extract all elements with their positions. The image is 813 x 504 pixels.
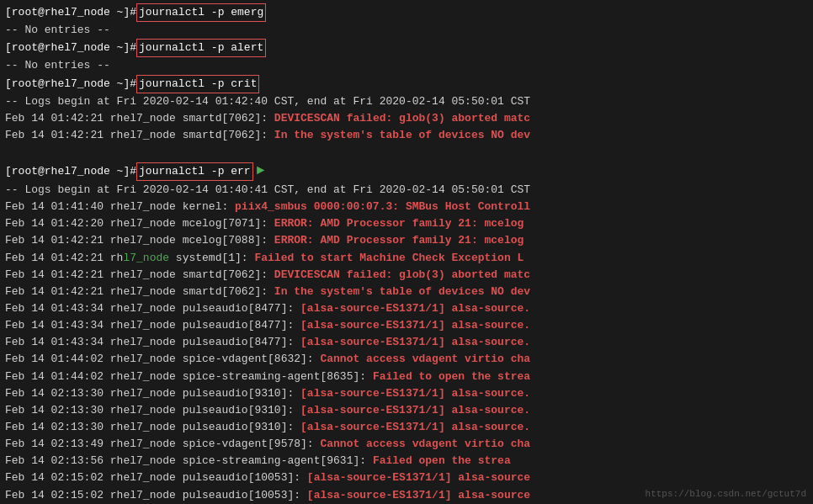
cmd-err: journalctl -p err xyxy=(136,162,253,181)
prompt-text-crit: [root@rhel7_node ~]# xyxy=(5,76,136,93)
no-entries-2: -- No entries -- xyxy=(5,57,808,74)
log-crit-1: Feb 14 01:42:21 rhel7_node smartd[7062]:… xyxy=(5,110,808,127)
prompt-text-err: [root@rhel7_node ~]# xyxy=(5,163,136,180)
log-err-2: Feb 14 01:42:20 rhel7_node mcelog[7071]:… xyxy=(5,215,808,232)
prompt-line-err: [root@rhel7_node ~]# journalctl -p err ► xyxy=(5,161,808,182)
log-err-11: Feb 14 01:44:02 rhel7_node spice-streami… xyxy=(5,369,808,385)
blank-line xyxy=(5,144,808,161)
green-arrow-icon: ► xyxy=(257,161,265,182)
log-start-crit: -- Logs begin at Fri 2020-02-14 01:42:40… xyxy=(5,93,808,110)
log-err-10: Feb 14 01:44:02 rhel7_node spice-vdagent… xyxy=(5,351,808,368)
log-err-6: Feb 14 01:42:21 rhel7_node smartd[7062]:… xyxy=(5,284,808,300)
log-start-err: -- Logs begin at Fri 2020-02-14 01:40:41… xyxy=(5,182,808,199)
prompt-line-crit: [root@rhel7_node ~]# journalctl -p crit xyxy=(5,75,808,93)
log-err-9: Feb 14 01:43:34 rhel7_node pulseaudio[84… xyxy=(5,334,808,351)
no-entries-1: -- No entries -- xyxy=(5,22,808,39)
watermark: https://blog.csdn.net/gctut7d xyxy=(646,489,806,499)
log-err-3: Feb 14 01:42:21 rhel7_node mcelog[7088]:… xyxy=(5,232,808,249)
cmd-crit: journalctl -p crit xyxy=(136,75,259,93)
prompt-text-alert: [root@rhel7_node ~]# xyxy=(5,40,136,56)
log-err-1: Feb 14 01:41:40 rhel7_node kernel: piix4… xyxy=(5,199,808,215)
log-err-14: Feb 14 02:13:30 rhel7_node pulseaudio[93… xyxy=(5,419,808,436)
terminal-window: [root@rhel7_node ~]# journalctl -p emerg… xyxy=(0,0,813,504)
log-err-13: Feb 14 02:13:30 rhel7_node pulseaudio[93… xyxy=(5,402,808,419)
log-err-7: Feb 14 01:43:34 rhel7_node pulseaudio[84… xyxy=(5,300,808,317)
log-err-5: Feb 14 01:42:21 rhel7_node smartd[7062]:… xyxy=(5,267,808,284)
prompt-line-emerg: [root@rhel7_node ~]# journalctl -p emerg xyxy=(5,3,808,22)
log-crit-2: Feb 14 01:42:21 rhel7_node smartd[7062]:… xyxy=(5,127,808,144)
log-err-12: Feb 14 02:13:30 rhel7_node pulseaudio[93… xyxy=(5,385,808,402)
log-err-17: Feb 14 02:15:02 rhel7_node pulseaudio[10… xyxy=(5,470,808,486)
log-err-4: Feb 14 01:42:21 rhl7_node systemd[1]: Fa… xyxy=(5,250,808,267)
cmd-emerg: journalctl -p emerg xyxy=(136,3,266,22)
log-err-8: Feb 14 01:43:34 rhel7_node pulseaudio[84… xyxy=(5,317,808,334)
prompt-line-alert: [root@rhel7_node ~]# journalctl -p alert xyxy=(5,39,808,57)
log-err-15: Feb 14 02:13:49 rhel7_node spice-vdagent… xyxy=(5,436,808,453)
cmd-alert: journalctl -p alert xyxy=(136,39,266,57)
prompt-text: [root@rhel7_node ~]# xyxy=(5,4,136,21)
log-err-16: Feb 14 02:13:56 rhel7_node spice-streami… xyxy=(5,453,808,470)
